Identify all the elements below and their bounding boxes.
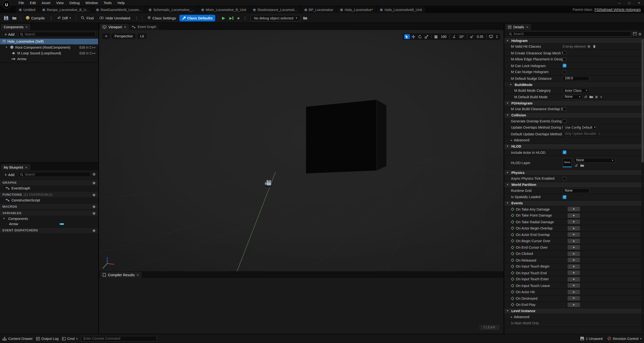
menu-item[interactable]: View xyxy=(53,1,66,5)
select-tool-button[interactable] xyxy=(404,34,410,39)
event-graph-row[interactable]: EventGraph xyxy=(0,185,98,191)
document-tab[interactable]: Schematic_Locomotive_... × xyxy=(146,7,198,13)
section-header-physics[interactable]: ▾ Physics xyxy=(504,170,644,176)
grid-snap-icon[interactable]: ▦ xyxy=(433,34,439,39)
add-event-button[interactable]: + xyxy=(568,264,580,269)
section-header-level-instance[interactable]: ▾ Level Instance xyxy=(504,308,644,314)
diff-button[interactable]: ⇄ Diff ▾ xyxy=(55,15,73,21)
minimize-button[interactable]: – xyxy=(614,0,624,6)
parent-class-link[interactable]: FGRailroad Vehicle Hologram xyxy=(594,8,641,12)
components-search-input[interactable] xyxy=(25,33,94,36)
hlod-layer-thumbnail[interactable]: None xyxy=(563,158,572,167)
revision-control-button[interactable]: Revision Control ▾ xyxy=(608,336,641,340)
hide-unrelated-options-button[interactable]: ⋮ xyxy=(134,16,140,20)
add-event-button[interactable]: + xyxy=(568,283,580,288)
add-variable-button[interactable]: ⊕ xyxy=(92,211,96,215)
console-command-input[interactable] xyxy=(81,335,157,341)
event-graph-tab[interactable]: Event Graph xyxy=(129,24,159,30)
add-event-button[interactable]: + xyxy=(568,277,580,281)
frame-skip-button[interactable]: ▶ xyxy=(228,16,235,20)
details-search-input[interactable] xyxy=(513,32,629,36)
document-tab[interactable]: Holo_LocomotiveB_Unit × xyxy=(377,7,425,13)
add-event-button[interactable]: + xyxy=(568,302,580,307)
variable-category-components[interactable]: ▾ Components xyxy=(0,216,98,221)
class-settings-button[interactable]: ⚙ Class Settings xyxy=(145,15,178,21)
component-row-arrow[interactable]: Arrow xyxy=(0,56,98,62)
add-event-button[interactable]: + xyxy=(568,213,580,218)
build-mode-category-dropdown[interactable]: Actor Class ▾ xyxy=(563,88,590,93)
construction-script-row[interactable]: ConstructionScript xyxy=(0,197,98,203)
save-asset-button[interactable] xyxy=(2,15,10,21)
compile-button[interactable]: Compile xyxy=(24,15,48,21)
scale-tool-button[interactable] xyxy=(424,34,429,39)
components-tab[interactable]: Components × xyxy=(1,24,30,30)
add-function-button[interactable]: ⊕ xyxy=(92,193,96,197)
level-instance-advanced-row[interactable]: ▸ Advanced xyxy=(504,314,644,320)
checkbox[interactable] xyxy=(563,177,566,180)
close-icon[interactable]: × xyxy=(526,25,528,29)
collision-advanced-row[interactable]: ▸ Advanced xyxy=(504,137,644,144)
checkbox[interactable] xyxy=(563,107,566,111)
subsection-header-buildmode[interactable]: ▾ BuildMode xyxy=(504,82,644,88)
maximize-button[interactable]: □ xyxy=(624,0,634,6)
my-blueprint-search-input[interactable] xyxy=(25,173,89,176)
menu-item[interactable]: Edit xyxy=(27,1,39,5)
stop-button[interactable]: ■ xyxy=(236,16,241,20)
add-event-button[interactable]: + xyxy=(568,258,580,262)
checkbox[interactable] xyxy=(563,64,566,67)
hologram-cube-mesh[interactable] xyxy=(306,99,386,173)
update-overlaps-dropdown[interactable]: Use Config Default ▾ xyxy=(563,125,596,130)
edit-in-cpp-link[interactable]: Edit in C++ xyxy=(80,51,96,55)
edit-in-cpp-link[interactable]: Edit in C++ xyxy=(80,46,96,49)
class-defaults-button[interactable]: Class Defaults xyxy=(179,15,215,21)
play-options-button[interactable]: ⋮ xyxy=(242,16,248,20)
clear-button[interactable]: CLEAR xyxy=(479,325,499,330)
move-tool-button[interactable] xyxy=(410,34,416,39)
macros-section-header[interactable]: MACROS ⊕ xyxy=(0,204,98,209)
add-event-button[interactable]: + xyxy=(568,296,580,301)
menu-item[interactable]: Tools xyxy=(101,1,115,5)
chevron-down-icon[interactable]: ▾ xyxy=(3,217,6,220)
debug-browse-button[interactable] xyxy=(301,15,309,21)
add-event-button[interactable]: + xyxy=(568,245,580,250)
component-row-loop-sound[interactable]: M Loop Sound (LoopSound) Edit in C++ xyxy=(0,50,98,56)
event-dispatchers-section-header[interactable]: EVENT DISPATCHERS ⊕ xyxy=(0,228,98,233)
variables-section-header[interactable]: VARIABLES ⊕ xyxy=(0,211,98,216)
hlod-layer-dropdown[interactable]: None ▾ xyxy=(574,158,615,163)
component-row-root[interactable]: ▾ Root Component (RootComponent) Edit in… xyxy=(0,44,98,50)
use-selected-asset-button[interactable]: ↺ xyxy=(574,163,578,167)
browse-asset-button[interactable] xyxy=(580,163,584,167)
view-mode-dropdown[interactable]: Lit xyxy=(137,33,147,39)
section-header-hologram[interactable]: ▾ Hologram xyxy=(504,38,644,44)
rotation-snap-icon[interactable]: ∠ xyxy=(451,34,457,39)
compiler-results-tab[interactable]: Compiler Results × xyxy=(100,272,142,278)
camera-actor-sprite[interactable] xyxy=(265,180,272,187)
section-header-collision[interactable]: ▾ Collision xyxy=(504,112,644,118)
add-array-element-button[interactable]: ⊕ xyxy=(587,45,591,49)
debug-object-dropdown[interactable]: No debug object selected ▾ xyxy=(250,15,300,21)
document-tab[interactable]: Untitled × xyxy=(16,7,38,13)
add-component-button[interactable]: + Add xyxy=(2,32,16,37)
close-icon[interactable]: × xyxy=(26,25,28,29)
close-icon[interactable]: × xyxy=(124,25,126,29)
checkbox[interactable] xyxy=(563,58,566,61)
add-event-dispatcher-button[interactable]: ⊕ xyxy=(92,228,96,232)
cmd-dropdown[interactable]: Cmd ▾ xyxy=(62,336,78,340)
component-row-self[interactable]: Holo_Locomotive (Self) xyxy=(0,39,98,44)
add-event-button[interactable]: + xyxy=(568,271,580,275)
details-settings-gear-icon[interactable]: ⚙ xyxy=(638,32,642,36)
chevron-down-icon[interactable]: ▾ xyxy=(6,46,8,49)
graphs-section-header[interactable]: GRAPHS ⊕ xyxy=(0,180,98,185)
checkbox[interactable] xyxy=(563,70,566,74)
viewport-tab[interactable]: Viewport × xyxy=(100,24,129,30)
menu-item[interactable]: Window xyxy=(82,1,101,5)
find-button[interactable]: Find xyxy=(79,15,96,21)
display-filter-icon[interactable] xyxy=(633,32,636,36)
scrollbar-thumb[interactable] xyxy=(642,39,644,162)
my-blueprint-tab[interactable]: My Blueprint × xyxy=(1,164,30,170)
camera-speed-value[interactable]: 1 xyxy=(495,35,499,38)
add-graph-button[interactable]: ⊕ xyxy=(92,181,96,185)
compile-options-button[interactable]: ⋮ xyxy=(48,16,54,20)
document-tab[interactable]: BP_Locomotive × xyxy=(301,7,336,13)
browse-asset-button[interactable] xyxy=(589,96,593,98)
